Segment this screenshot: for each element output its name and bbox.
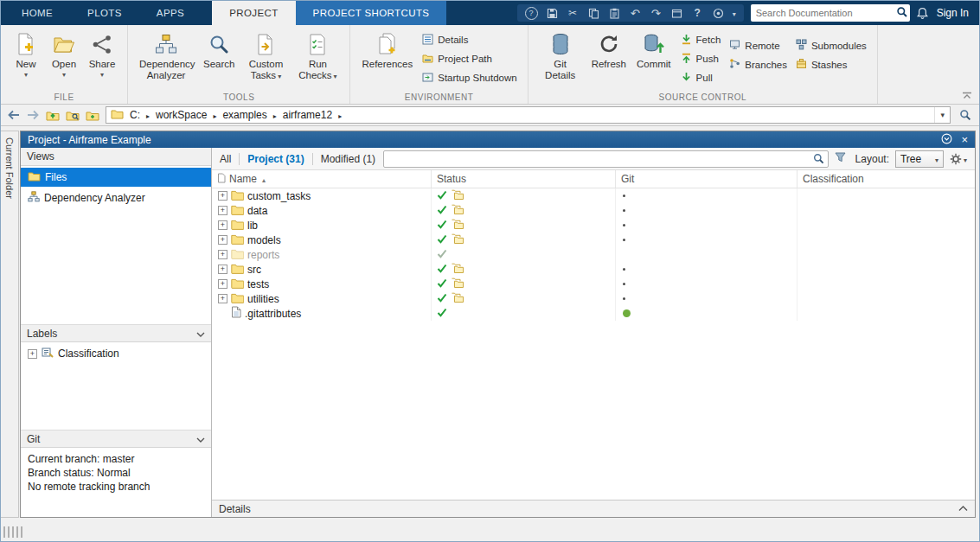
table-row[interactable]: models [212,233,975,247]
file-filter-search-icon[interactable] [810,153,828,164]
column-header-classification[interactable]: Classification [797,170,975,188]
current-folder-strip[interactable]: Current Folder [1,131,19,518]
details-expand-icon[interactable] [958,506,968,512]
tab-apps[interactable]: APPS [139,1,202,25]
expand-toggle[interactable] [218,220,227,230]
breadcrumb-dropdown-icon[interactable] [934,107,950,123]
undo-icon[interactable] [629,7,642,20]
commit-button[interactable]: Commit [632,29,676,72]
column-header-git[interactable]: Git [616,170,797,188]
expand-toggle[interactable] [218,191,227,201]
push-button[interactable]: Push [677,49,725,68]
details-bar[interactable]: Details [212,500,975,517]
notifications-bell-icon[interactable] [917,1,928,25]
open-dropdown-arrow[interactable] [62,70,66,79]
customize-toolbar-icon[interactable] [733,7,736,19]
breadcrumb-separator-icon[interactable] [273,109,277,121]
browse-for-folder-icon[interactable] [66,108,80,122]
stashes-button[interactable]: Stashes [792,55,870,74]
help-badge-icon[interactable] [525,7,538,20]
startup-shutdown-button[interactable]: Startup Shutdown [419,68,520,87]
filter-modified[interactable]: Modified (1) [319,153,377,165]
resize-grip[interactable] [3,526,24,538]
community-icon[interactable] [712,7,725,20]
project-path-button[interactable]: Project Path [419,49,520,68]
expand-toggle[interactable] [218,206,227,215]
remote-button[interactable]: Remote [726,36,791,55]
table-row[interactable]: reports [212,247,975,262]
git-header[interactable]: Git [21,430,211,448]
sidebar-item-files[interactable]: Files [21,168,211,187]
refresh-button[interactable]: Refresh [587,29,631,72]
column-header-status[interactable]: Status [432,170,616,188]
panel-close-icon[interactable]: × [961,134,968,145]
help-icon[interactable] [691,7,704,20]
filter-project[interactable]: Project (31) [246,153,305,165]
new-dropdown-arrow[interactable] [24,70,28,79]
share-button[interactable]: Share [84,29,120,80]
filter-all[interactable]: All [218,153,233,165]
breadcrumb-segment[interactable]: airframe12 [283,109,332,121]
search-in-folder-icon[interactable] [86,108,99,122]
references-button[interactable]: References [357,29,417,72]
doc-search-input[interactable] [756,8,896,18]
classification-expand-icon[interactable] [28,349,37,359]
expand-toggle[interactable] [218,279,227,289]
custom-tasks-button[interactable]: Custom Tasks [240,29,291,84]
git-details-button[interactable]: Git Details [535,29,586,83]
tab-project-shortcuts[interactable]: PROJECT SHORTCUTS [296,1,447,25]
expand-toggle[interactable] [218,265,227,274]
switch-window-icon[interactable] [670,7,683,20]
breadcrumb-separator-icon[interactable] [338,109,342,121]
labels-header[interactable]: Labels [21,324,211,342]
save-icon[interactable] [546,7,559,20]
copy-icon[interactable] [587,7,600,20]
details-button[interactable]: Details [419,30,520,49]
up-one-level-icon[interactable] [46,108,60,122]
new-button[interactable]: New [8,29,44,80]
table-row[interactable]: lib [212,218,975,233]
file-filter-input[interactable] [384,154,810,164]
back-button[interactable] [6,108,20,122]
paste-icon[interactable] [608,7,621,20]
settings-gear-icon[interactable] [950,153,967,165]
submodules-button[interactable]: Submodules [792,36,870,55]
fetch-button[interactable]: Fetch [677,30,725,49]
breadcrumb-separator-icon[interactable] [213,109,216,121]
cut-icon[interactable] [567,7,580,20]
git-collapse-icon[interactable] [196,433,205,445]
table-row[interactable]: .gitattributes [212,306,975,321]
table-row[interactable]: tests [212,277,975,291]
expand-toggle[interactable] [218,294,227,303]
table-row[interactable]: data [212,203,975,218]
tab-plots[interactable]: PLOTS [70,1,139,25]
run-checks-button[interactable]: Run Checks [292,29,343,84]
sign-in-button[interactable]: Sign In [937,1,969,25]
breadcrumb[interactable]: C: workSpace examples airframe12 [106,106,951,124]
table-row[interactable]: utilities [212,291,975,306]
forward-button[interactable] [26,108,40,122]
table-row[interactable]: custom_tasks [212,188,975,203]
custom-tasks-dropdown-arrow[interactable] [276,70,281,80]
expand-toggle[interactable] [218,250,227,259]
layout-combobox[interactable]: Tree [895,150,944,168]
doc-search-icon[interactable] [896,6,908,21]
labels-collapse-icon[interactable] [196,328,205,340]
column-header-name[interactable]: Name [212,170,432,188]
tab-project[interactable]: PROJECT [212,1,295,25]
address-search-icon[interactable] [957,109,974,121]
expand-toggle[interactable] [218,235,227,245]
breadcrumb-segment[interactable]: C: [130,109,140,121]
breadcrumb-segment[interactable]: workSpace [156,109,207,121]
open-button[interactable]: Open [46,29,82,80]
panel-title-bar[interactable]: Project - Airframe Example × [21,131,975,148]
breadcrumb-segment[interactable]: examples [222,109,266,121]
sidebar-item-dependency-analyzer[interactable]: Dependency Analyzer [21,188,211,207]
tab-home[interactable]: HOME [4,1,70,25]
share-dropdown-arrow[interactable] [100,70,104,79]
run-checks-dropdown-arrow[interactable] [332,70,337,80]
collapse-ribbon-icon[interactable] [962,92,972,99]
panel-menu-icon[interactable] [941,133,952,147]
pull-button[interactable]: Pull [677,68,725,87]
table-row[interactable]: src [212,262,975,277]
